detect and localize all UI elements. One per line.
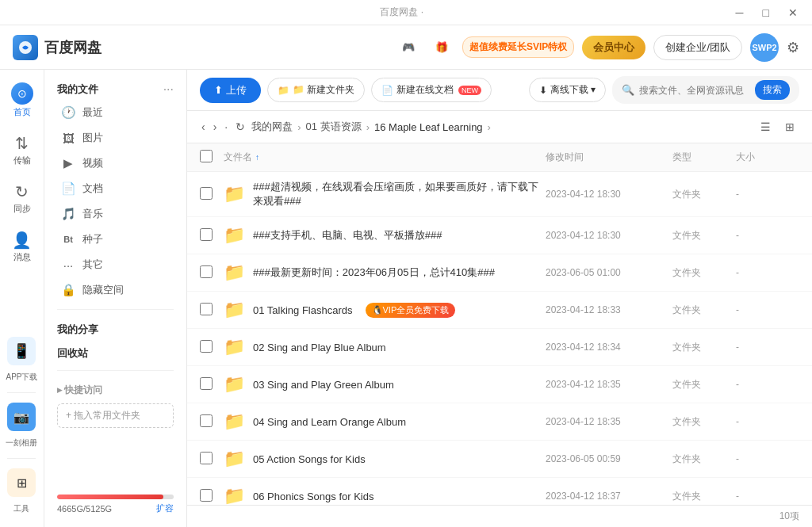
logo-text: 百度网盘 [44, 38, 102, 57]
col-header-name[interactable]: 文件名 ↑ [224, 151, 546, 164]
maximize-button[interactable]: □ [758, 5, 774, 21]
offline-download-label: 离线下载 ▾ [550, 83, 596, 97]
file-size: - [736, 453, 799, 464]
tools-label: 工具 [13, 503, 29, 514]
sidebar-item-tools[interactable]: ⊞ [7, 468, 36, 497]
gift-button[interactable]: 🎁 [429, 38, 454, 56]
toolbar: ⬆ 上传 📁 📁 新建文件夹 📄 新建在线文档 NEW ⬇ 离线下载 ▾ 🔍 搜… [187, 70, 812, 111]
header: 百度网盘 🎮 🎁 超值续费延长SVIP特权 会员中心 创建企业/团队 SWP2 … [0, 25, 812, 70]
search-input[interactable] [639, 85, 750, 96]
select-all-checkbox[interactable] [200, 150, 213, 162]
expand-storage-button[interactable]: 扩容 [156, 502, 174, 514]
status-count: 10项 [779, 510, 799, 523]
row-checkbox[interactable] [200, 303, 213, 315]
album-icon: 📷 [13, 410, 29, 425]
table-row[interactable]: 📁02 Sing and Play Blue Album2023-04-12 1… [187, 329, 812, 366]
window-controls: ─ □ ✕ [731, 5, 802, 21]
table-row[interactable]: 📁###最新更新时间：2023年06月05日，总计410集###2023-06-… [187, 254, 812, 292]
new-folder-button[interactable]: 📁 📁 新建文件夹 [267, 78, 365, 102]
breadcrumb-folder1[interactable]: 01 英语资源 [306, 120, 362, 134]
table-row[interactable]: 📁05 Action Songs for Kids2023-06-05 00:5… [187, 441, 812, 478]
settings-icon[interactable]: ⚙ [787, 39, 799, 56]
breadcrumb-back-button[interactable]: ‹ [200, 119, 207, 135]
sidebar-item-album[interactable]: 📷 [7, 403, 36, 431]
nav-item-bt[interactable]: Bt 种子 [48, 227, 183, 252]
nav-recent-label: 最近 [82, 105, 103, 120]
row-checkbox[interactable] [200, 452, 213, 464]
file-type: 文件夹 [672, 378, 736, 391]
row-checkbox[interactable] [200, 228, 213, 241]
game-button[interactable]: 🎮 [396, 38, 421, 56]
nav-item-recent[interactable]: 🕐 最近 [48, 100, 183, 125]
list-view-button[interactable]: ☰ [756, 117, 776, 136]
row-checkbox[interactable] [200, 414, 213, 427]
row-checkbox[interactable] [200, 187, 213, 200]
search-box: 🔍 搜索 [612, 76, 799, 104]
nav-item-images[interactable]: 🖼 图片 [48, 125, 183, 151]
nav-recycle-label[interactable]: 回收站 [44, 340, 186, 364]
folder-icon: 📁 [224, 411, 245, 432]
table-row[interactable]: 📁03 Sing and Play Green Album2023-04-12 … [187, 366, 812, 403]
table-row[interactable]: 📁04 Sing and Learn Orange Album2023-04-1… [187, 403, 812, 441]
sidebar-item-message[interactable]: 👤 消息 [3, 224, 41, 269]
table-row[interactable]: 📁01 Talking Flashcards🐧VIP全员免费下载2023-04-… [187, 292, 812, 329]
sidebar-item-app-download[interactable]: 📱 [7, 337, 36, 365]
row-checkbox[interactable] [200, 265, 213, 278]
breadcrumb-up-button[interactable]: · [223, 119, 229, 135]
row-checkbox[interactable] [200, 489, 213, 502]
sidebar-item-home[interactable]: ⊙ 首页 [3, 76, 41, 124]
nav-share-label[interactable]: 我的分享 [44, 316, 186, 340]
nav-more-icon[interactable]: ··· [163, 82, 174, 97]
grid-view-button[interactable]: ⊞ [780, 117, 799, 136]
breadcrumb-sep3: › [488, 121, 491, 133]
close-button[interactable]: ✕ [783, 5, 802, 21]
nav-item-videos[interactable]: ▶ 视频 [48, 151, 183, 176]
select-all-checkbox-cell [200, 150, 224, 165]
nav-bt-label: 种子 [82, 232, 103, 246]
view-toggle: ☰ ⊞ [756, 117, 799, 136]
breadcrumb-forward-button[interactable]: › [212, 119, 219, 135]
quick-access-label[interactable]: ▸ 快捷访问 [44, 377, 186, 400]
gift-icon: 🎁 [435, 41, 448, 53]
col-header-size[interactable]: 大小 [736, 151, 799, 164]
table-row[interactable]: 📁06 Phonics Songs for Kids2023-04-12 18:… [187, 478, 812, 505]
table-row[interactable]: 📁###超清视频，在线观看会压缩画质，如果要画质好，请下载下来观看###2023… [187, 172, 812, 217]
logo-icon [13, 35, 38, 60]
sidebar-item-sync[interactable]: ↻ 同步 [3, 176, 41, 221]
col-header-modified[interactable]: 修改时间 [546, 151, 672, 164]
svip-promo[interactable]: 超值续费延长SVIP特权 [462, 36, 574, 58]
sidebar-item-transfer[interactable]: ⇅ 传输 [3, 128, 41, 173]
offline-download-button[interactable]: ⬇ 离线下载 ▾ [529, 78, 606, 102]
nav-item-hidden[interactable]: 🔒 隐藏空间 [48, 277, 183, 303]
titlebar-title: 百度网盘 · [73, 6, 731, 19]
table-row[interactable]: 📁###支持手机、电脑、电视、平板播放###2023-04-12 18:30文件… [187, 217, 812, 254]
search-icon: 🔍 [622, 84, 634, 96]
breadcrumb-mydisk[interactable]: 我的网盘 [251, 120, 293, 134]
minimize-button[interactable]: ─ [731, 5, 749, 21]
breadcrumb-refresh-button[interactable]: ↻ [234, 119, 247, 135]
col-header-type[interactable]: 类型 [672, 151, 736, 164]
file-size: - [736, 189, 799, 200]
file-size: - [736, 416, 799, 427]
nav-item-other[interactable]: ··· 其它 [48, 252, 183, 277]
nav-item-music[interactable]: 🎵 音乐 [48, 201, 183, 227]
create-team-button[interactable]: 创建企业/团队 [653, 35, 742, 60]
nav-item-docs[interactable]: 📄 文档 [48, 176, 183, 201]
sidebar-home-label: 首页 [13, 106, 31, 118]
breadcrumb-sep2: › [366, 121, 370, 133]
file-date: 2023-06-05 01:00 [546, 267, 672, 278]
file-date: 2023-04-12 18:35 [546, 379, 672, 390]
new-doc-button[interactable]: 📄 新建在线文档 NEW [371, 78, 492, 102]
row-checkbox[interactable] [200, 340, 213, 353]
search-button[interactable]: 搜索 [755, 80, 790, 100]
new-folder-label: 📁 新建文件夹 [293, 83, 354, 97]
file-name-text: ###支持手机、电脑、电视、平板播放### [253, 228, 442, 242]
file-name-cell: 📁###最新更新时间：2023年06月05日，总计410集### [224, 262, 546, 283]
row-checkbox[interactable] [200, 377, 213, 390]
file-type: 文件夹 [672, 490, 736, 503]
avatar[interactable]: SWP2 [750, 33, 779, 62]
add-folder-button[interactable]: + 拖入常用文件夹 [57, 403, 174, 428]
upload-button[interactable]: ⬆ 上传 [200, 78, 261, 103]
transfer-icon: ⇅ [15, 134, 29, 153]
vip-center-button[interactable]: 会员中心 [582, 36, 645, 59]
